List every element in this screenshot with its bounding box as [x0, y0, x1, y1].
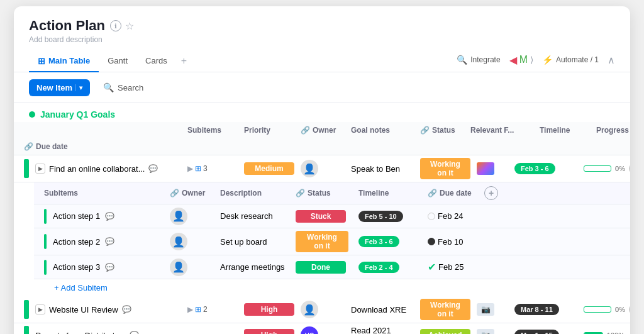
- tab-main-table[interactable]: ⊞ Main Table: [29, 51, 99, 72]
- header: Action Plan ℹ ☆ Add board description ⊞ …: [14, 6, 630, 72]
- cell-row1-progress: 0%: [579, 162, 630, 175]
- sub-timeline-1: Feb 5 - 10: [358, 211, 403, 222]
- sub-cell-owner-2: 👤: [165, 230, 215, 253]
- cell-row1-status[interactable]: Working on it: [415, 155, 472, 182]
- col-header-relevant: Relevant F...: [465, 122, 535, 138]
- cell-row2-status[interactable]: Working on it: [415, 296, 472, 323]
- cell-row1-priority[interactable]: Medium: [239, 160, 296, 177]
- add-subitem-label: + Add Subitem: [54, 283, 108, 292]
- integration-icon-1: ◀: [509, 54, 517, 66]
- toolbar: New Item ▾ 🔍 Search: [14, 72, 630, 103]
- col-header-timeline: Timeline: [535, 122, 591, 138]
- automate-label: Automate / 1: [556, 55, 599, 64]
- subitem-row-1: Action step 1 💬 👤 Desk research Stuck Fe…: [34, 204, 630, 228]
- automate-action[interactable]: ⚡ Automate / 1: [542, 55, 599, 65]
- tab-main-table-label: Main Table: [48, 56, 90, 65]
- tab-cards[interactable]: Cards: [136, 51, 176, 72]
- sub-cell-status-2[interactable]: Working on it: [291, 228, 353, 255]
- sub-due-text-2: Feb 10: [438, 237, 463, 247]
- subitems-num-2: 2: [203, 305, 208, 314]
- sub-cell-timeline-2: Feb 3 - 6: [353, 233, 423, 250]
- page-title: Action Plan: [29, 18, 105, 34]
- search-icon: 🔍: [103, 82, 114, 92]
- sub-chat-icon[interactable]: 💬: [105, 212, 114, 221]
- sub-icon: ⊞: [195, 164, 201, 173]
- col-header-goal-notes: Goal notes: [346, 122, 415, 138]
- info-icon[interactable]: ℹ: [110, 20, 121, 31]
- sub-color-bar: [44, 209, 47, 224]
- cell-row3-goal-notes: Read 2021 report: [346, 323, 415, 334]
- add-col-icon[interactable]: +: [484, 186, 498, 200]
- subitems-col-headers: Subitems 🔗 Owner Description 🔗 Status Ti…: [34, 182, 630, 204]
- sub-col-header-due: 🔗 Due date: [423, 185, 479, 201]
- cell-row1-subitems: ▶ ⊞ 3: [182, 162, 239, 175]
- cell-row1-timeline: Feb 3 - 6: [509, 160, 579, 177]
- cell-row3-progress: 100% ✔: [579, 327, 630, 335]
- sub-avatar-3: 👤: [170, 259, 187, 276]
- row1-name-group: ▶ Find an online collaborat... 💬: [24, 159, 158, 178]
- timeline-2: Mar 8 - 11: [514, 304, 559, 315]
- sub-cell-name-2: Action step 2 💬: [39, 231, 165, 252]
- cell-row2-timeline: Mar 8 - 11: [509, 301, 579, 318]
- row3-action-icons: 💬: [130, 331, 139, 334]
- board-description[interactable]: Add board description: [29, 35, 615, 44]
- subitems-count-2: ▶ ⊞ 2: [187, 305, 208, 314]
- progress-dot-2: [629, 305, 630, 314]
- tab-gantt[interactable]: Gantt: [99, 51, 136, 72]
- integration-icon-2: M: [519, 54, 528, 65]
- group-title-january: January Q1 Goals: [40, 109, 115, 120]
- sub-col-header-status: 🔗 Status: [291, 185, 353, 201]
- sub-col-header-desc: Description: [215, 185, 291, 201]
- col-header-item: [19, 126, 182, 134]
- camera-thumb-2: 📷: [477, 303, 494, 316]
- sub-col-header-owner: 🔗 Owner: [165, 185, 215, 201]
- sub-col-header-timeline: Timeline: [353, 185, 423, 201]
- cell-row3-relevant: 📷: [472, 326, 509, 334]
- sub-cell-status-3[interactable]: Done: [291, 259, 353, 276]
- sub-arrow: ▶: [187, 164, 193, 173]
- new-item-button[interactable]: New Item ▾: [29, 79, 90, 96]
- search-box[interactable]: 🔍 Search: [96, 79, 150, 96]
- new-item-chevron: ▾: [75, 84, 82, 91]
- subitems-num: 3: [203, 164, 208, 173]
- collapse-icon[interactable]: ∧: [608, 54, 615, 66]
- title-icons: ℹ ☆: [110, 20, 134, 32]
- priority-badge-3: High: [244, 329, 294, 334]
- title-row: Action Plan ℹ ☆: [29, 18, 615, 34]
- row3-chat-icon[interactable]: 💬: [130, 331, 139, 334]
- add-subitem-btn[interactable]: + Add Subitem: [34, 279, 630, 296]
- sub-col-add[interactable]: +: [479, 182, 504, 204]
- integrate-action[interactable]: 🔍 Integrate: [457, 55, 500, 65]
- chat-icon[interactable]: 💬: [148, 164, 158, 173]
- status-badge-2: Working on it: [420, 299, 470, 320]
- sub-cell-extra-3: [479, 265, 504, 270]
- star-icon[interactable]: ☆: [125, 20, 134, 32]
- sub-cell-owner-3: 👤: [165, 256, 215, 279]
- table-wrapper: January Q1 Goals Subitems Priority 🔗 Own…: [14, 103, 630, 334]
- row2-chat-icon[interactable]: 💬: [122, 305, 131, 314]
- sub-cell-timeline-1: Feb 5 - 10: [353, 208, 423, 225]
- main-col-headers: Subitems Priority 🔗 Owner Goal notes 🔗 S…: [14, 122, 630, 155]
- cell-row3-priority[interactable]: High: [239, 326, 296, 334]
- sub-chat-icon-2[interactable]: 💬: [105, 237, 114, 246]
- expand-btn-row2[interactable]: ▶: [35, 304, 45, 315]
- sub-chat-icon-3[interactable]: 💬: [105, 263, 114, 272]
- sub-check-3: ✔: [428, 261, 436, 273]
- col-header-subitems: Subitems: [182, 122, 239, 138]
- expand-btn-row1[interactable]: ▶: [35, 164, 45, 174]
- avatar-row3: HC: [301, 326, 318, 334]
- status-badge-3: Achieved: [420, 329, 470, 334]
- cell-row3-status[interactable]: Achieved: [415, 326, 472, 334]
- sub-cell-name-1: Action step 1 💬: [39, 206, 165, 226]
- tab-gantt-label: Gantt: [108, 56, 128, 65]
- tab-add[interactable]: +: [176, 50, 192, 72]
- row3-color-bar: [24, 326, 29, 334]
- sub-status-3: Done: [296, 261, 346, 274]
- row3-name-text: Reports from Distributors: [35, 331, 126, 335]
- sub-due-dot-2: [428, 238, 435, 245]
- sub-col-header-name: Subitems: [39, 185, 165, 201]
- sub-cell-status-1[interactable]: Stuck: [291, 208, 353, 225]
- cell-row2-priority[interactable]: High: [239, 301, 296, 318]
- tabs-right: 🔍 Integrate ◀ M ⟩ ⚡ Automate / 1 ∧: [457, 54, 615, 69]
- tab-cards-label: Cards: [145, 56, 167, 65]
